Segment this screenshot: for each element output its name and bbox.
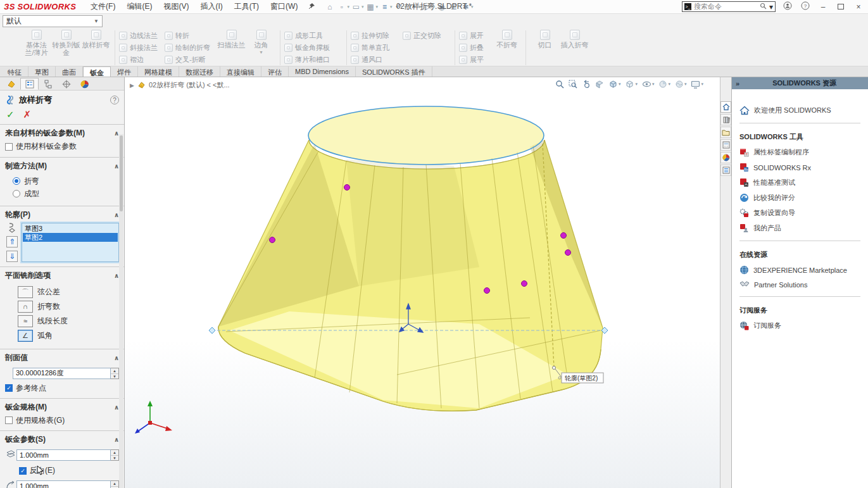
section-manufacturing-method-header[interactable]: 制造方法(M)∧	[0, 158, 124, 174]
connection-point[interactable]	[561, 233, 567, 239]
segment-length-option[interactable]: ≈线段长度	[18, 315, 119, 327]
dimxpert-manager-tab[interactable]	[57, 78, 75, 90]
open-document-icon[interactable]: ▭	[351, 1, 362, 12]
property-manager-tab[interactable]	[20, 78, 39, 90]
design-library-tab-icon[interactable]	[720, 114, 731, 125]
tab-features[interactable]: 特征	[1, 66, 28, 77]
file-explorer-tab-icon[interactable]	[720, 127, 731, 138]
zoom-to-area-icon[interactable]	[569, 80, 577, 89]
copy-settings-wizard-link[interactable]: 复制设置向导	[739, 208, 860, 218]
model-3d[interactable]: 轮廓(草图2)	[125, 77, 720, 453]
menu-window[interactable]: 窗口(W)	[265, 1, 303, 12]
restore-button[interactable]	[835, 3, 846, 11]
tab-direct-editing[interactable]: 直接编辑	[220, 66, 261, 77]
feature-manager-tab[interactable]	[2, 78, 20, 90]
section-facet-value-header[interactable]: 剖面值∧	[0, 349, 124, 366]
save-caret-icon[interactable]: ▾	[375, 4, 378, 9]
tab-sketch[interactable]: 草图	[28, 66, 56, 77]
menu-insert[interactable]: 插入(I)	[194, 1, 228, 12]
hem-button[interactable]: 褶边	[119, 54, 165, 65]
display-manager-tab[interactable]	[75, 78, 94, 90]
connection-point[interactable]	[522, 281, 527, 287]
print-icon[interactable]: ≡	[379, 1, 390, 12]
tab-sheet-metal[interactable]: 钣金	[83, 66, 111, 77]
appearances-tab-icon[interactable]	[720, 152, 731, 163]
menu-file[interactable]: 文件(F)	[85, 1, 121, 12]
use-gauge-table-checkbox[interactable]: 使用规格表(G)	[5, 415, 65, 426]
top-profile-sketch[interactable]	[308, 106, 544, 165]
move-down-button[interactable]: ⇓	[6, 251, 18, 262]
save-icon[interactable]: ▦	[365, 1, 375, 12]
chord-tolerance-option[interactable]: ⌒弦公差	[18, 286, 119, 298]
use-material-params-checkbox[interactable]: 使用材料钣金参数	[5, 141, 77, 152]
endpoint-diamond[interactable]	[209, 327, 215, 334]
bent-radio[interactable]: 折弯	[13, 176, 119, 187]
corner-button[interactable]: 边角▼	[246, 29, 276, 56]
menu-view[interactable]: 视图(V)	[158, 1, 194, 12]
tab-evaluate[interactable]: 评估	[261, 66, 289, 77]
move-up-button[interactable]: ⇑	[6, 236, 18, 247]
thickness-spinner[interactable]: ▲▼	[111, 449, 119, 461]
display-style-icon[interactable]: ▾	[625, 80, 638, 89]
no-bends-button[interactable]: 不折弯	[492, 29, 522, 49]
partner-solutions-link[interactable]: Partner Solutions	[739, 280, 860, 289]
view-orientation-icon[interactable]: ▾	[608, 80, 621, 89]
tab-mbd-dimensions[interactable]: MBD Dimensions	[289, 66, 356, 77]
performance-benchmark-link[interactable]: 性能基准测试	[739, 178, 860, 187]
tab-mesh-modeling[interactable]: 网格建模	[138, 66, 179, 77]
edge-flange-button[interactable]: 边线法兰	[119, 30, 165, 41]
command-search-box[interactable]: >_ 搜索命令 ▾	[682, 1, 776, 12]
thickness-input[interactable]: 1.000mm	[16, 449, 111, 461]
property-tab-builder-link[interactable]: 属性标签编制程序	[739, 147, 860, 157]
tab-weldments[interactable]: 焊件	[111, 66, 138, 77]
vent-button[interactable]: 通风口	[351, 54, 403, 65]
extruded-cut-button[interactable]: 拉伸切除	[351, 30, 403, 41]
normal-cut-button[interactable]: 正交切除	[403, 30, 451, 41]
fold-button[interactable]: 折叠	[459, 42, 492, 53]
connection-point[interactable]	[484, 288, 490, 294]
help-icon[interactable]: ?	[800, 1, 811, 12]
base-flange-button[interactable]: 基体法兰/薄片	[22, 29, 51, 56]
section-faceting-options-header[interactable]: 平面铣削选项∧	[0, 267, 124, 284]
swept-flange-button[interactable]: 扫描法兰	[217, 29, 246, 49]
new-caret-icon[interactable]: ▾	[347, 4, 349, 9]
search-caret-icon[interactable]: ▾	[769, 3, 773, 11]
tab-solidworks-addins[interactable]: SOLIDWORKS 插件	[356, 66, 432, 77]
subscription-services-link[interactable]: 订阅服务	[739, 321, 860, 330]
ok-button[interactable]: ✓	[6, 109, 15, 120]
breadcrumb[interactable]: ▶ 02放样折弯 (默认) < <默...	[130, 80, 230, 90]
connection-point[interactable]	[270, 237, 275, 243]
insert-bends-button[interactable]: 插入折弯	[560, 29, 589, 49]
expand-tree-icon[interactable]: ▶	[130, 82, 134, 89]
configuration-dropdown[interactable]: 默认▼	[3, 15, 103, 27]
graphics-viewport[interactable]: ▶ 02放样折弯 (默认) < <默... ▾ ▾ ▾ ▾ ▾ ▾	[125, 77, 720, 488]
forming-tool-button[interactable]: 成形工具	[284, 30, 343, 41]
lofted-bend-button[interactable]: 放样折弯	[81, 29, 111, 49]
compare-my-score-link[interactable]: 比较我的评分	[739, 193, 860, 203]
menu-tools[interactable]: 工具(T)	[229, 1, 265, 12]
zoom-to-fit-icon[interactable]	[555, 80, 564, 89]
view-settings-icon[interactable]: ▾	[691, 80, 703, 89]
tab-and-slot-button[interactable]: 薄片和槽口	[284, 54, 343, 65]
my-products-link[interactable]: 我的产品	[739, 223, 860, 233]
section-view-icon[interactable]	[595, 80, 604, 89]
apply-scene-icon[interactable]: ▾	[675, 80, 687, 89]
minimize-button[interactable]: –	[817, 3, 829, 11]
section-sheet-metal-gauge-header[interactable]: 钣金规格(M)∧	[0, 399, 124, 415]
menu-edit[interactable]: 编辑(E)	[121, 1, 158, 12]
configuration-manager-tab[interactable]	[39, 78, 57, 90]
flatten-button[interactable]: 展平	[459, 54, 492, 65]
cross-break-button[interactable]: 交叉-折断	[165, 54, 217, 65]
list-item-sketch3[interactable]: 草图3	[23, 224, 118, 233]
number-of-bends-option[interactable]: ∩折弯数	[18, 301, 119, 313]
profile-list-box[interactable]: 草图3 草图2	[22, 223, 119, 262]
close-button[interactable]: ×	[853, 3, 864, 11]
home-icon[interactable]: ⌂	[324, 1, 335, 12]
segment-angle-option[interactable]: ∠弧角	[18, 330, 119, 342]
jog-button[interactable]: 转折	[165, 30, 217, 41]
list-item-sketch2[interactable]: 草图2	[23, 233, 118, 242]
sketched-bend-button[interactable]: 绘制的折弯	[165, 42, 217, 53]
welcome-link[interactable]: 欢迎使用 SOLIDWORKS	[739, 106, 860, 115]
open-caret-icon[interactable]: ▾	[362, 4, 364, 9]
formed-radio[interactable]: 成型	[13, 189, 119, 199]
